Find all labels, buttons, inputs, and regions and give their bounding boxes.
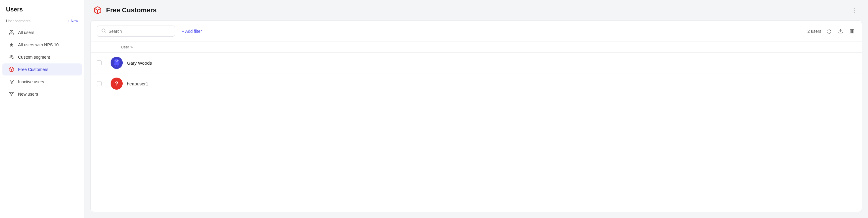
main-header-left: Free Customers <box>93 5 157 15</box>
new-segment-button[interactable]: + New <box>68 19 78 23</box>
svg-line-8 <box>104 32 105 33</box>
table-row[interactable]: ? heapuser1 <box>91 73 862 94</box>
sidebar-section-header: User segments + New <box>0 19 84 26</box>
header-user-col[interactable]: User ⇅ <box>121 45 133 49</box>
sort-icon: ⇅ <box>130 45 133 49</box>
search-box <box>97 26 175 37</box>
nps-users-icon <box>8 42 14 48</box>
columns-button[interactable] <box>848 28 856 35</box>
content-area: + Add filter 2 users <box>90 21 862 212</box>
main-content: Free Customers ⋮ + Add filter 2 users <box>84 0 868 218</box>
avatar-heapuser1: ? <box>111 78 123 89</box>
svg-rect-10 <box>850 30 852 33</box>
user-col-label: User <box>121 45 129 49</box>
sidebar-item-nps-label: All users with NPS 10 <box>18 42 59 47</box>
main-header: Free Customers ⋮ <box>84 0 868 21</box>
svg-point-0 <box>10 30 12 32</box>
new-users-icon <box>8 91 14 97</box>
user-name-heap: heapuser1 <box>127 81 148 86</box>
search-input[interactable] <box>108 29 170 34</box>
sidebar-item-free-customers-label: Free Customers <box>18 67 48 72</box>
page-title: Free Customers <box>106 6 157 14</box>
sidebar-nav: All users All users with NPS 10 <box>0 26 84 101</box>
sidebar-item-inactive-label: Inactive users <box>18 79 44 84</box>
svg-rect-23 <box>116 61 118 62</box>
sidebar-item-all-users-label: All users <box>18 30 34 35</box>
sidebar-item-new-users-label: New users <box>18 92 38 97</box>
sidebar-item-custom-label: Custom segment <box>18 55 50 60</box>
export-button[interactable] <box>837 28 844 35</box>
svg-rect-22 <box>117 61 118 61</box>
toolbar-right: 2 users <box>807 28 856 35</box>
svg-point-7 <box>102 29 105 32</box>
svg-rect-21 <box>116 61 116 61</box>
avatar-question-mark: ? <box>115 81 119 87</box>
svg-marker-1 <box>10 43 13 47</box>
sidebar-item-nps-users[interactable]: All users with NPS 10 <box>2 39 82 51</box>
sidebar-item-all-users[interactable]: All users <box>2 27 82 38</box>
svg-rect-11 <box>852 30 854 33</box>
avatar-gary-woods <box>111 57 123 69</box>
sidebar-section-label: User segments <box>6 19 30 23</box>
svg-point-2 <box>10 55 12 57</box>
svg-rect-15 <box>118 60 119 61</box>
segment-icon <box>93 5 102 15</box>
all-users-icon <box>8 30 14 35</box>
sidebar-title: Users <box>0 6 84 19</box>
row-checkbox-gary[interactable] <box>97 61 101 65</box>
search-icon <box>101 28 106 34</box>
row-checkbox-wrap <box>97 81 106 86</box>
svg-rect-16 <box>114 62 119 65</box>
svg-rect-14 <box>115 60 116 61</box>
custom-segment-icon <box>8 54 14 60</box>
inactive-users-icon <box>8 79 14 85</box>
sidebar-item-inactive-users[interactable]: Inactive users <box>2 76 82 88</box>
more-options-button[interactable]: ⋮ <box>849 5 860 15</box>
table-header: User ⇅ <box>91 42 862 52</box>
svg-marker-5 <box>9 92 13 96</box>
user-name-gary: Gary Woods <box>127 61 152 66</box>
user-count: 2 users <box>807 29 821 34</box>
free-customers-icon <box>8 67 14 72</box>
sidebar: Users User segments + New All users <box>0 0 84 218</box>
toolbar: + Add filter 2 users <box>91 21 862 42</box>
sidebar-item-new-users[interactable]: New users <box>2 88 82 100</box>
sidebar-item-custom-segment[interactable]: Custom segment <box>2 51 82 63</box>
svg-rect-20 <box>117 65 119 67</box>
svg-rect-18 <box>119 61 120 64</box>
row-checkbox-wrap <box>97 61 106 65</box>
sidebar-item-free-customers[interactable]: Free Customers <box>2 64 82 75</box>
row-checkbox-heap[interactable] <box>97 81 101 86</box>
refresh-button[interactable] <box>826 28 833 35</box>
table-row[interactable]: Gary Woods <box>91 52 862 73</box>
svg-rect-17 <box>114 61 115 64</box>
svg-rect-19 <box>115 65 116 67</box>
add-filter-button[interactable]: + Add filter <box>179 27 205 36</box>
